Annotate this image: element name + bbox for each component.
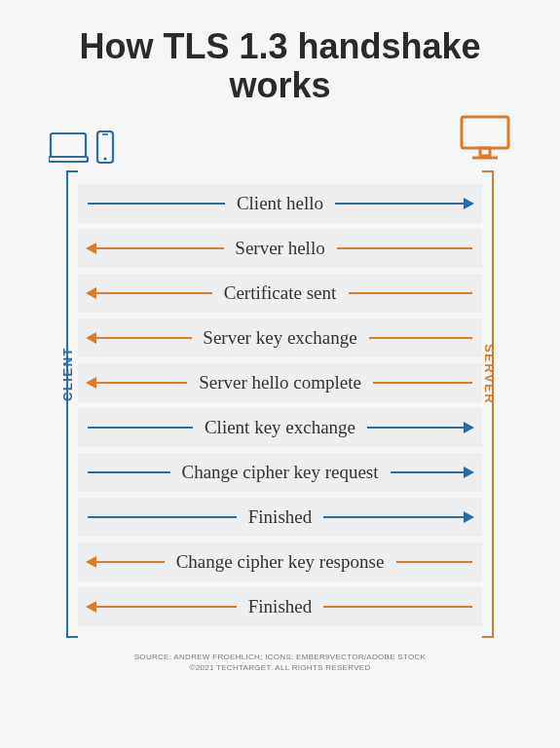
step-label: Server key exchange <box>195 327 364 349</box>
step-label: Client hello <box>229 193 331 214</box>
handshake-diagram: Client helloServer helloCertificate sent… <box>66 170 494 638</box>
handshake-step: Certificate sent <box>78 274 482 313</box>
diagram-title: How TLS 1.3 handshake works <box>0 0 560 114</box>
step-label: Server hello complete <box>191 372 369 393</box>
step-label: Finished <box>241 506 319 528</box>
credits-source: SOURCE: ANDREW FROEHLICH; ICONS: EMBER9V… <box>0 652 560 662</box>
svg-rect-0 <box>51 133 86 157</box>
arrow-right-icon <box>464 511 474 523</box>
arrow-right-icon <box>464 422 474 433</box>
arrow-right-icon <box>464 198 474 209</box>
step-label: Certificate sent <box>216 282 345 304</box>
server-monitor-icon <box>459 114 511 165</box>
step-label: Client key exchange <box>197 417 363 438</box>
svg-rect-5 <box>462 117 508 148</box>
handshake-step: Finished <box>78 587 482 626</box>
step-label: Finished <box>241 596 319 617</box>
step-label: Change cipher key request <box>173 462 386 483</box>
handshake-step: Change cipher key request <box>78 453 482 492</box>
arrow-left-icon <box>86 243 96 254</box>
credits-copyright: ©2021 TECHTARGET. ALL RIGHTS RESERVED <box>0 662 560 673</box>
arrow-left-icon <box>86 556 96 568</box>
handshake-step: Finished <box>78 498 482 537</box>
arrow-left-icon <box>86 377 96 389</box>
credits: SOURCE: ANDREW FROEHLICH; ICONS: EMBER9V… <box>0 652 560 673</box>
handshake-step: Server key exchange <box>78 318 482 357</box>
handshake-step: Server hello complete <box>78 363 482 402</box>
svg-rect-1 <box>49 157 88 162</box>
arrow-left-icon <box>86 332 96 344</box>
client-devices-icon <box>49 130 115 165</box>
arrow-right-icon <box>464 467 474 478</box>
arrow-left-icon <box>86 287 96 299</box>
icon-row <box>49 114 511 165</box>
arrow-left-icon <box>86 601 96 613</box>
handshake-step: Client key exchange <box>78 408 482 447</box>
svg-point-3 <box>103 158 106 161</box>
step-label: Change cipher key response <box>168 551 392 573</box>
handshake-step: Client hello <box>78 184 482 223</box>
handshake-step: Change cipher key response <box>78 542 482 581</box>
step-label: Server hello <box>227 238 332 259</box>
svg-rect-6 <box>480 148 490 156</box>
handshake-step: Server hello <box>78 229 482 268</box>
